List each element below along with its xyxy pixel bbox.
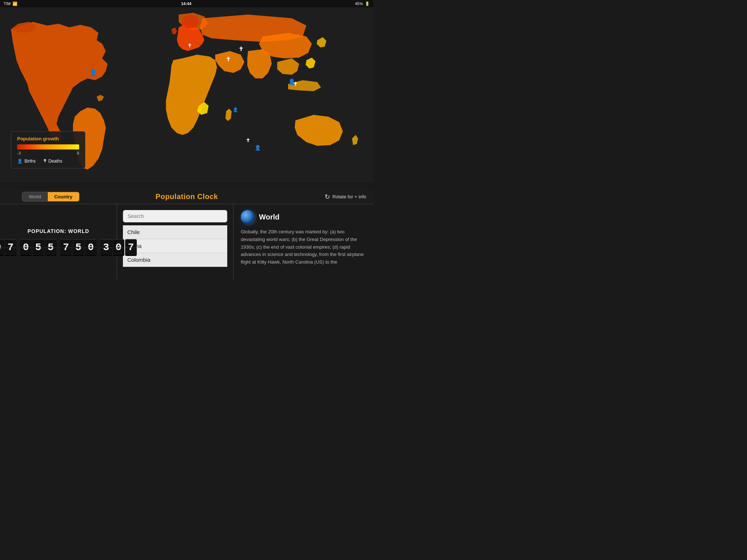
svg-text:✝: ✝	[239, 46, 243, 52]
digit-3: 0	[20, 239, 32, 256]
digit-sep-2	[58, 239, 59, 256]
tab-country[interactable]: Country	[48, 192, 79, 201]
digit-6: 7	[60, 239, 72, 256]
scale-min: -3	[17, 151, 21, 155]
battery-label: 45%	[355, 1, 363, 6]
deaths-legend: ✝ Deaths	[43, 158, 62, 164]
rotate-icon: ↻	[325, 193, 330, 201]
legend-scale: -3 6	[17, 151, 79, 155]
digit-1: 0	[0, 239, 4, 256]
rotate-label: Rotate for + info	[332, 194, 366, 199]
battery-icon: 🔋	[365, 1, 370, 6]
svg-text:👤: 👤	[255, 145, 261, 151]
status-right: 45% 🔋	[355, 1, 370, 6]
page-title: Population Clock	[155, 192, 218, 201]
wifi-icon: 📶	[12, 1, 18, 6]
scale-max: 6	[77, 151, 79, 155]
deaths-icon: ✝	[43, 158, 47, 164]
rotate-button[interactable]: ↻ Rotate for + info	[325, 193, 366, 201]
population-digits: 0 0 7 0 5 5 7 5 0 3 0 7	[0, 239, 137, 256]
tab-world[interactable]: World	[22, 192, 48, 201]
digit-4: 5	[32, 239, 44, 256]
digit-5: 5	[45, 239, 57, 256]
svg-text:✝: ✝	[226, 56, 231, 62]
bottom-content: POPULATION: WORLD 0 0 7 0 5 5 7 5 0 3	[0, 204, 374, 280]
status-left: TIM 📶	[4, 1, 18, 6]
legend-panel: Population growth -3 6 👤 Births ✝ Deaths	[11, 131, 85, 168]
svg-text:✝: ✝	[246, 138, 250, 143]
status-bar: TIM 📶 14:44 45% 🔋	[0, 0, 374, 7]
digit-group-1: 0 0 7	[0, 239, 16, 256]
digit-7: 5	[73, 239, 84, 256]
births-icon: 👤	[17, 159, 23, 164]
deaths-label: Deaths	[49, 159, 62, 164]
info-title: World	[259, 213, 279, 221]
list-item[interactable]: Chile	[123, 225, 227, 239]
digit-9: 3	[100, 239, 112, 256]
list-item[interactable]: China	[123, 239, 227, 253]
svg-text:✝: ✝	[187, 43, 192, 48]
population-label: POPULATION: WORLD	[27, 228, 89, 234]
search-input[interactable]	[123, 210, 227, 222]
tab-group[interactable]: World Country	[22, 192, 80, 202]
digit-10: 0	[113, 239, 124, 256]
population-counter: POPULATION: WORLD 0 0 7 0 5 5 7 5 0 3	[0, 204, 117, 280]
globe-icon	[241, 210, 255, 224]
svg-text:✝: ✝	[293, 81, 298, 87]
legend-title: Population growth	[17, 136, 79, 141]
digit-2: 7	[5, 239, 16, 256]
time-display: 14:44	[181, 1, 191, 6]
pop-label-text: POPULATION:	[27, 228, 68, 234]
info-panel: World Globally, the 20th century was mar…	[233, 204, 374, 280]
births-label: Births	[24, 159, 36, 164]
svg-text:👤: 👤	[233, 107, 238, 112]
digit-group-3: 7 5 0	[60, 239, 97, 256]
digit-group-2: 0 5 5	[20, 239, 57, 256]
pop-bold-text: WORLD	[68, 228, 89, 234]
births-legend: 👤 Births	[17, 158, 36, 164]
info-text: Globally, the 20th century was marked by…	[241, 228, 366, 266]
digit-11: 7	[125, 239, 137, 256]
carrier-label: TIM	[4, 1, 11, 6]
list-item[interactable]: Colombia	[123, 253, 227, 267]
info-header: World	[241, 210, 366, 224]
digit-sep-1	[18, 239, 19, 256]
tab-bar: World Country Population Clock ↻ Rotate …	[0, 190, 374, 204]
digit-8: 0	[85, 239, 97, 256]
svg-text:👤: 👤	[89, 69, 97, 77]
legend-icons: 👤 Births ✝ Deaths	[17, 158, 79, 164]
map-area[interactable]: 👤 👤 👤 ✝ ✝ ✝ ✝ ✝ 👤 Population growth -3 6…	[0, 7, 374, 182]
legend-gradient	[17, 144, 79, 149]
digit-sep-3	[98, 239, 99, 256]
digit-group-4: 3 0 7	[100, 239, 137, 256]
